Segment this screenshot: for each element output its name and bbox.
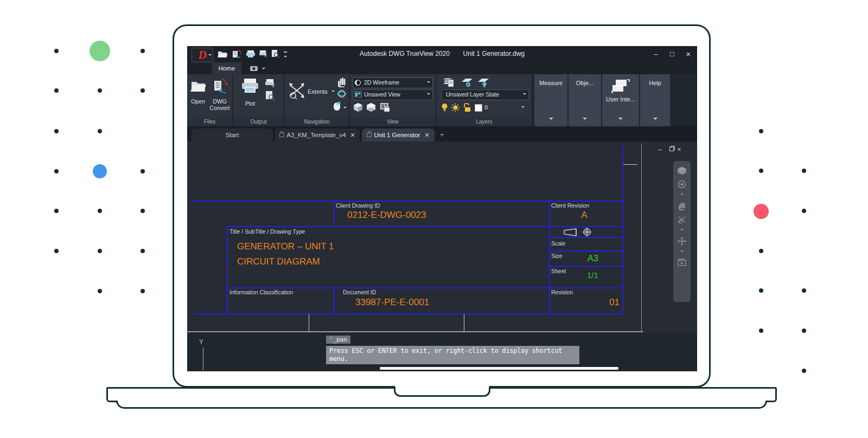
stage: D Autodesk DWG Tr [0, 0, 868, 438]
navbar-orbit-icon[interactable] [678, 237, 686, 246]
drawing-tick [309, 314, 309, 332]
titleblock-line [227, 226, 228, 314]
chevron-down-icon[interactable] [680, 250, 684, 254]
chevron-down-icon [583, 118, 587, 122]
panel-navigation-label[interactable]: Navigation [285, 118, 349, 126]
palette-separator[interactable] [641, 144, 642, 332]
layer-state-dropdown[interactable]: Unsaved Layer State [441, 89, 529, 100]
minimize-button[interactable]: – [649, 50, 662, 59]
chevron-down-icon [618, 118, 623, 122]
viewport-config-icon[interactable] [380, 102, 391, 112]
panel-objects[interactable]: Obje... [569, 74, 601, 126]
viewcube-icon[interactable] [677, 166, 687, 175]
command-line-area[interactable]: Y '_pan Press ESC or ENTER to exit, or r… [187, 332, 697, 371]
projection-cone-icon [563, 228, 578, 236]
box-view-icon[interactable] [353, 102, 363, 113]
panel-layers-label[interactable]: Layers [437, 118, 532, 126]
ribbon-tab-home[interactable]: Home [212, 62, 241, 74]
zoom-extents-dropdown[interactable]: Extents [308, 88, 335, 95]
panel-view: 2D Wireframe Unsaved View View [350, 74, 436, 126]
chevron-down-icon[interactable] [262, 68, 265, 71]
revision-value: 01 [549, 297, 620, 308]
lock-icon [279, 133, 284, 137]
doc-tab-generator[interactable]: Unit 1 Generator✕ [362, 128, 435, 141]
pan-icon[interactable] [337, 76, 347, 87]
drawing-title-line1: GENERATOR – UNIT 1 [237, 241, 334, 252]
preview-button[interactable] [265, 91, 276, 101]
layer-isolate-icon[interactable] [461, 78, 474, 88]
titleblock-line [549, 237, 623, 238]
navbar-zoom-icon[interactable] [678, 215, 686, 224]
close-tab-icon[interactable]: ✕ [424, 132, 429, 138]
plot-button[interactable] [241, 78, 259, 94]
lock-icon [367, 133, 372, 137]
open-button-label: Open [187, 98, 209, 105]
chevron-down-icon[interactable] [343, 107, 347, 110]
steering-wheel-icon[interactable] [333, 101, 341, 111]
decor-dot [759, 169, 763, 173]
title-label: Title / SubTitle / Drawing Type [229, 228, 305, 235]
layer-unlock-icon [463, 103, 471, 112]
new-tab-button[interactable]: + [440, 131, 444, 139]
decor-dot [141, 249, 145, 253]
decor-dot [54, 169, 59, 173]
laptop-base-lip [116, 401, 767, 409]
layer-unisolate-icon[interactable] [477, 78, 490, 88]
close-button[interactable]: × [682, 50, 695, 59]
navigation-bar[interactable] [673, 161, 691, 302]
navbar-pan-icon[interactable] [678, 202, 686, 210]
panel-measure[interactable]: Measure [534, 74, 567, 126]
chevron-down-icon[interactable] [680, 194, 684, 197]
current-layer-name: 0 [484, 104, 488, 111]
panel-user-interface[interactable]: User Inte... [602, 74, 639, 126]
titleblock-line [334, 201, 335, 227]
drawing-canvas[interactable]: – × [187, 141, 697, 332]
sheet-label: Sheet [551, 268, 566, 274]
navbar-showmotion-icon[interactable] [678, 259, 686, 266]
drawing-restore-icon[interactable] [665, 146, 674, 153]
panel-files-label[interactable]: Files [187, 118, 232, 126]
layer-color-swatch [475, 104, 482, 112]
isometric-view-icon[interactable] [366, 102, 376, 113]
workspace-icon[interactable] [250, 66, 259, 72]
decor-dot [98, 129, 102, 133]
orbit-icon[interactable] [337, 89, 347, 99]
decor-dot [54, 209, 59, 213]
decor-dot [802, 169, 806, 173]
panel-layers: Unsaved Layer State 0 Layers [437, 74, 532, 126]
client-drawing-id-value: 0212-E-DWG-0023 [347, 210, 426, 221]
navbar-wheel-icon[interactable] [678, 180, 686, 189]
visual-style-dropdown[interactable]: 2D Wireframe [353, 78, 433, 88]
titleblock-line [334, 287, 335, 314]
titleblock-line [549, 266, 623, 267]
panel-help[interactable]: Help [640, 74, 670, 126]
decor-dot [802, 288, 806, 293]
doc-tab-start[interactable]: Start [192, 128, 273, 141]
zoom-extents-icon[interactable] [288, 82, 307, 100]
plot-button-label: Plot [241, 100, 259, 107]
doc-tab-template[interactable]: A3_KM_Template_v4✕ [275, 128, 360, 141]
layer-control-row[interactable]: 0 [441, 102, 528, 113]
drawing-close-icon[interactable]: × [674, 146, 684, 153]
command-prompt-message: Press ESC or ENTER to exit, or right-cli… [326, 346, 579, 364]
dwg-convert-button[interactable] [211, 78, 229, 94]
horizontal-scrollbar[interactable] [380, 367, 618, 370]
decor-circle-blue [93, 164, 107, 178]
drawing-minimize-icon[interactable]: – [655, 146, 665, 153]
decor-dot [54, 249, 59, 253]
open-button[interactable] [190, 79, 207, 93]
view-dropdown[interactable]: Unsaved View [353, 89, 433, 100]
layer-properties-icon[interactable] [441, 76, 455, 88]
decor-dot [98, 249, 102, 253]
batch-plot-button[interactable] [265, 79, 277, 88]
sheet-value: 1/1 [587, 270, 598, 280]
decor-dot [98, 209, 102, 213]
close-tab-icon[interactable]: ✕ [350, 132, 355, 138]
panel-output-label[interactable]: Output [233, 118, 284, 126]
title-bar: D Autodesk DWG Tr [187, 46, 697, 62]
panel-view-label[interactable]: View [350, 118, 436, 126]
dwg-trueview-window: D Autodesk DWG Tr [187, 46, 697, 371]
chevron-down-icon[interactable] [680, 229, 684, 232]
maximize-button[interactable]: □ [666, 50, 679, 59]
decor-dot [759, 288, 763, 293]
